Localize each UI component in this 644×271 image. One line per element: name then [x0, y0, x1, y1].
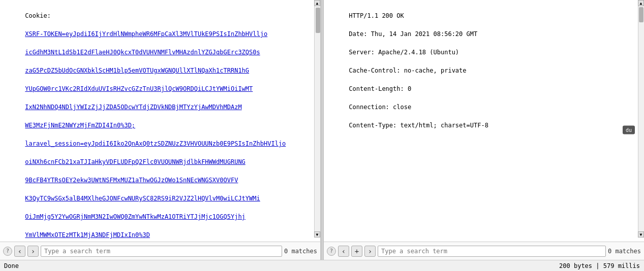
left-panel-content[interactable]: Cookie: XSRF-TOKEN=eyJpdiI6IjYrdHlNWmphe…	[0, 0, 320, 242]
connection-header: Connection: close	[349, 104, 411, 111]
right-next-button[interactable]: ›	[364, 246, 376, 257]
cookie-label: Cookie:	[25, 12, 51, 19]
left-search-bar: ? ‹ › 0 matches	[0, 242, 320, 260]
right-prev-button[interactable]: ‹	[338, 246, 349, 257]
right-search-bar: ? ‹ + › 0 matches	[324, 242, 644, 260]
left-scrollbar[interactable]: ▲ ▼	[314, 0, 320, 238]
left-next-button[interactable]: ›	[27, 246, 39, 257]
date-header: Date: Thu, 14 Jan 2021 08:56:20 GMT	[349, 30, 477, 38]
xsrf-line4: YUpGOW0rc1VKc2RIdXduUVIsRHZvcGZzTnU3RjlQ…	[25, 85, 253, 92]
right-scroll-thumb[interactable]	[639, 7, 643, 22]
session-line2: oiNXh6cnFCb21xaTJIaHkyVDFLUDFpQ2Flc0VUQU…	[25, 158, 245, 165]
right-plus-button[interactable]: +	[351, 246, 362, 257]
status-left: Done	[4, 262, 19, 269]
laravel-session-label: laravel_session=eyJpdiI6Iko2QnAxQ0tzSDZN…	[25, 140, 286, 147]
right-matches-label: 0 matches	[608, 248, 641, 255]
content-type-header: Content-Type: text/html; charset=UTF-8	[349, 122, 488, 129]
xsrf-token-value: XSRF-TOKEN=eyJpdiI6IjYrdHlNWmpheWR6MFpCa…	[25, 30, 267, 38]
right-scroll-down[interactable]: ▼	[638, 231, 644, 238]
xsrf-line5: IxN2NhNDQ4NDljYWIzZjJjZDA5ODcwYTdjZDVkND…	[25, 104, 241, 111]
left-scroll-thumb[interactable]	[316, 8, 320, 33]
content-length-header: Content-Length: 0	[349, 85, 411, 92]
server-header: Server: Apache/2.4.18 (Ubuntu)	[349, 49, 459, 56]
right-scroll-up[interactable]: ▲	[638, 0, 644, 6]
left-search-input[interactable]	[41, 246, 282, 257]
right-help-button[interactable]: ?	[327, 247, 336, 256]
left-scroll-down[interactable]: ▼	[314, 231, 320, 238]
right-search-input[interactable]	[378, 246, 606, 257]
left-help-button[interactable]: ?	[3, 247, 12, 256]
session-line4: K3QyTC9wSGx5alB4MXlheGJONFcwNURySC82RS9i…	[25, 195, 260, 202]
status-bar: Done 200 bytes | 579 millis	[0, 260, 644, 271]
left-matches-label: 0 matches	[284, 248, 317, 255]
right-scrollbar[interactable]: ▲ ▼	[638, 0, 644, 238]
http-status: HTTP/1.1 200 OK	[349, 12, 404, 19]
left-scroll-up[interactable]: ▲	[314, 0, 320, 6]
left-prev-button[interactable]: ‹	[14, 246, 25, 257]
session-line5: OiJmMjg5Y2YwOGRjNmM3N2IwOWQ0ZmYwNTkwMzA1…	[25, 213, 245, 220]
session-line6: YmVlMWMxOTEzMTk1MjA3NDFjMDIxIn0%3D	[25, 231, 150, 239]
cache-control-header: Cache-Control: no-cache, private	[349, 67, 466, 74]
xsrf-line3: zaG5PcDZ5bUdOcGNXbklScHM1blp5emVOTUgxWGN…	[25, 67, 249, 74]
session-line3: 9BcFB4YTRsOEY2ekw3UWtNSFMxMUZ1aThwOGJzOW…	[25, 177, 238, 184]
xsrf-line6: WE3MzFjNmE2NWYzMjFmZDI4In0%3D;	[25, 122, 135, 129]
du-badge: du	[623, 126, 635, 134]
right-panel: HTTP/1.1 200 OK Date: Thu, 14 Jan 2021 0…	[324, 0, 644, 260]
left-panel: Cookie: XSRF-TOKEN=eyJpdiI6IjYrdHlNWmphe…	[0, 0, 321, 260]
right-panel-content[interactable]: HTTP/1.1 200 OK Date: Thu, 14 Jan 2021 0…	[324, 0, 644, 242]
status-right: 200 bytes | 579 millis	[559, 262, 640, 269]
xsrf-line2: icGdhM3NtL1dSb1E2dFlaeHJ0QkcxT0dVUHVNMFl…	[25, 49, 260, 56]
